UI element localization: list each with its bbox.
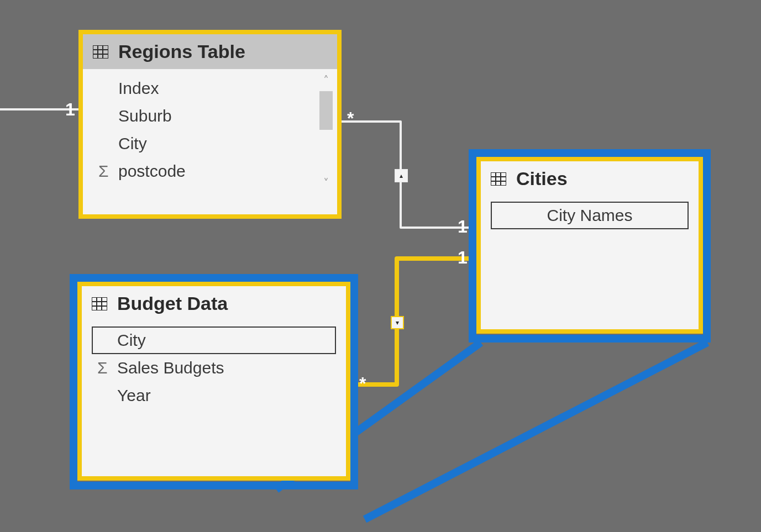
field-label: Suburb xyxy=(118,107,172,125)
table-title: Cities xyxy=(516,168,568,189)
cardinality-many-regions: * xyxy=(347,108,354,129)
field-city[interactable]: City xyxy=(98,130,322,157)
field-scrollbar[interactable]: ˄ ˅ xyxy=(318,75,334,188)
field-label: Year xyxy=(117,386,151,405)
field-label: City Names xyxy=(547,206,632,225)
field-label: City xyxy=(117,331,146,350)
field-postcode[interactable]: Σ postcode xyxy=(98,157,322,185)
arrow-down-icon: ▾ xyxy=(396,319,399,326)
field-year[interactable]: Year xyxy=(97,382,330,409)
cardinality-one-cities-bottom: 1 xyxy=(458,247,468,268)
svg-rect-5 xyxy=(92,297,107,310)
table-icon xyxy=(92,297,107,310)
field-label: Sales Budgets xyxy=(117,359,224,377)
cardinality-one-cities-top: 1 xyxy=(458,217,468,237)
table-title: Regions Table xyxy=(118,41,245,62)
table-header[interactable]: Regions Table xyxy=(83,34,337,69)
sigma-icon: Σ xyxy=(97,359,117,377)
table-icon xyxy=(491,172,506,186)
table-fields: City Names xyxy=(481,196,699,238)
filter-direction-icon[interactable]: ▴ xyxy=(395,169,408,182)
table-title: Budget Data xyxy=(117,293,228,314)
field-suburb[interactable]: Suburb xyxy=(98,102,322,130)
field-index[interactable]: Index xyxy=(98,75,322,102)
cardinality-one-left: 1 xyxy=(65,99,75,120)
table-card-regions[interactable]: Regions Table Index Suburb City Σ postco… xyxy=(78,30,342,219)
table-icon xyxy=(93,45,108,59)
svg-rect-0 xyxy=(93,45,108,59)
scrollbar-thumb[interactable] xyxy=(319,91,333,130)
field-label: City xyxy=(118,134,147,153)
table-fields: City Σ Sales Budgets Year xyxy=(82,321,346,418)
filter-direction-icon[interactable]: ▾ xyxy=(391,316,404,329)
cardinality-many-budget: * xyxy=(359,373,366,394)
model-canvas[interactable]: 1 * 1 1 * ▴ ▾ Regions Table Index Suburb xyxy=(0,0,761,532)
table-header[interactable]: Cities xyxy=(481,161,699,196)
table-card-cities[interactable]: Cities City Names xyxy=(476,157,703,334)
field-label: postcode xyxy=(118,162,186,181)
table-card-budget[interactable]: Budget Data City Σ Sales Budgets Year xyxy=(77,282,350,481)
sigma-icon: Σ xyxy=(98,162,118,181)
table-fields: Index Suburb City Σ postcode ˄ ˅ xyxy=(83,69,337,194)
field-city-names[interactable]: City Names xyxy=(491,202,689,229)
svg-rect-10 xyxy=(491,172,506,186)
field-sales-budgets[interactable]: Σ Sales Budgets xyxy=(97,354,330,382)
chevron-up-icon[interactable]: ˄ xyxy=(318,75,334,86)
field-label: Index xyxy=(118,79,159,98)
arrow-up-icon: ▴ xyxy=(400,172,403,180)
table-header[interactable]: Budget Data xyxy=(82,286,346,321)
chevron-down-icon[interactable]: ˅ xyxy=(318,177,334,188)
field-city[interactable]: City xyxy=(92,326,336,354)
